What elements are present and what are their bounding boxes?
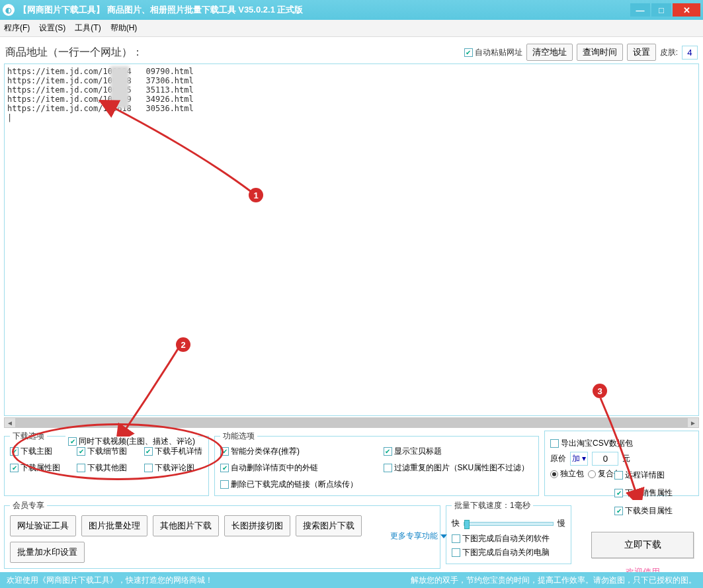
minimize-button[interactable]: — — [630, 3, 650, 17]
cat-attr-checkbox[interactable]: ✔下载类目属性 — [614, 505, 694, 517]
maximize-button[interactable]: □ — [651, 3, 671, 17]
single-pack-radio[interactable]: 独立包 — [550, 468, 584, 480]
download-other-checkbox[interactable]: ✔下载其他图 — [77, 462, 136, 474]
url-textarea[interactable]: https://item.jd.com/100384 09790.html ht… — [4, 63, 699, 416]
member-group: 会员专享 网址验证工具 图片批量处理 其他图片下载 长图拼接切图 搜索图片下载 … — [4, 500, 440, 569]
del-done-checkbox[interactable]: ✔删除已下载完成的链接（断点续传） — [220, 479, 370, 490]
download-mobile-checkbox[interactable]: ✔下载手机详情 — [144, 446, 203, 457]
price-op-select[interactable]: 加 ▾ — [570, 452, 588, 466]
download-comment-checkbox[interactable]: ✔下载评论图 — [144, 462, 203, 474]
remote-detail-checkbox[interactable]: ✔远程详情图 — [614, 470, 694, 481]
url-verify-button[interactable]: 网址验证工具 — [10, 515, 76, 536]
status-left: 欢迎使用《网商图片下载工具》，快速打造您的网络商城！ — [7, 575, 213, 586]
clear-url-button[interactable]: 清空地址 — [526, 44, 573, 61]
menu-help[interactable]: 帮助(H) — [110, 22, 138, 34]
scroll-right-icon[interactable]: ► — [688, 418, 698, 427]
redaction-blur — [110, 66, 129, 108]
statusbar: 欢迎使用《网商图片下载工具》，快速打造您的网络商城！ 解放您的双手，节约您宝贵的… — [0, 572, 703, 588]
search-image-button[interactable]: 搜索图片下载 — [296, 515, 362, 536]
skin-input[interactable] — [682, 46, 698, 60]
smart-save-checkbox[interactable]: ✔智能分类保存(推荐) — [220, 446, 370, 457]
close-pc-checkbox[interactable]: ✔下图完成后自动关闭电脑 — [452, 547, 550, 558]
titlebar: ◐ 【网商图片下载工具】 商品图片、相册照片批量下载工具 V35.0.2.1 正… — [0, 0, 703, 20]
auto-paste-checkbox[interactable]: ✔自动粘贴网址 — [464, 47, 522, 58]
download-detail-checkbox[interactable]: ✔下载细节图 — [77, 446, 136, 457]
menu-program[interactable]: 程序(F) — [4, 22, 30, 34]
status-right: 解放您的双手，节约您宝贵的时间，提高工作效率。请勿盗图，只下已授权的图。 — [411, 575, 696, 586]
batch-image-button[interactable]: 图片批量处理 — [81, 515, 147, 536]
menu-settings[interactable]: 设置(S) — [39, 22, 65, 34]
auto-paste-label: 自动粘贴网址 — [475, 47, 522, 58]
auto-del-link-checkbox[interactable]: ✔自动删除详情页中的外链 — [220, 462, 370, 474]
export-csv-checkbox[interactable]: ✔导出淘宝CSV数据包 — [550, 438, 633, 449]
skin-label: 皮肤: — [660, 47, 678, 58]
download-options-group: 下载选项 ✔同时下载视频(主图、描述、评论) ✔下载主图 ✔下载细节图 ✔下载手… — [4, 431, 209, 496]
function-options-legend: 功能选项 — [220, 431, 257, 442]
menu-tools[interactable]: 工具(T) — [75, 22, 101, 34]
section-title: 商品地址（一行一个网址）： — [5, 46, 464, 60]
longimg-button[interactable]: 长图拼接切图 — [224, 515, 290, 536]
speed-group: 批量下载速度：1毫秒 快 慢 ✔下图完成后自动关闭软件 ✔下图完成后自动关闭电脑 — [446, 500, 571, 564]
price-unit: 元 — [622, 453, 630, 464]
speed-fast-label: 快 — [452, 518, 460, 529]
more-features-link[interactable]: 更多专享功能 — [390, 530, 447, 542]
download-video-label: 同时下载视频(主图、描述、评论) — [79, 436, 195, 447]
query-time-button[interactable]: 查询时间 — [577, 44, 623, 61]
scroll-left-icon[interactable]: ◄ — [5, 418, 15, 427]
price-label: 原价 — [550, 453, 566, 464]
app-icon: ◐ — [3, 4, 15, 16]
download-attr-checkbox[interactable]: ✔下载属性图 — [10, 462, 69, 474]
sale-attr-checkbox[interactable]: ✔下载销售属性 — [614, 487, 694, 499]
other-image-button[interactable]: 其他图片下载 — [153, 515, 219, 536]
url-text: https://item.jd.com/100384 09790.html ht… — [7, 67, 194, 122]
speed-slider[interactable] — [464, 522, 554, 526]
horizontal-scrollbar[interactable]: ◄ ► — [4, 417, 699, 428]
function-options-group: 功能选项 ✔智能分类保存(推荐) ✔显示宝贝标题 ✔自动删除详情页中的外链 ✔过… — [214, 431, 539, 496]
menubar: 程序(F) 设置(S) 工具(T) 帮助(H) — [0, 20, 703, 37]
settings-button[interactable]: 设置 — [627, 44, 656, 61]
close-button[interactable]: ✕ — [673, 3, 700, 17]
filter-dup-checkbox[interactable]: ✔过滤重复的图片（SKU属性图不过滤） — [384, 462, 534, 474]
download-main-checkbox[interactable]: ✔下载主图 — [10, 446, 69, 457]
member-legend: 会员专享 — [10, 500, 47, 511]
close-soft-checkbox[interactable]: ✔下图完成后自动关闭软件 — [452, 533, 550, 544]
price-input[interactable] — [592, 452, 618, 466]
speed-slow-label: 慢 — [558, 518, 565, 529]
speed-legend: 批量下载速度：1毫秒 — [452, 500, 533, 511]
watermark-button[interactable]: 批量加水印设置 — [10, 542, 85, 563]
download-options-legend: 下载选项 — [10, 431, 47, 442]
show-title-checkbox[interactable]: ✔显示宝贝标题 — [384, 446, 534, 457]
download-now-button[interactable]: 立即下载 — [591, 532, 694, 558]
window-title: 【网商图片下载工具】 商品图片、相册照片批量下载工具 V35.0.2.1 正式版 — [19, 4, 630, 16]
download-video-checkbox[interactable]: ✔同时下载视频(主图、描述、评论) — [65, 436, 198, 447]
